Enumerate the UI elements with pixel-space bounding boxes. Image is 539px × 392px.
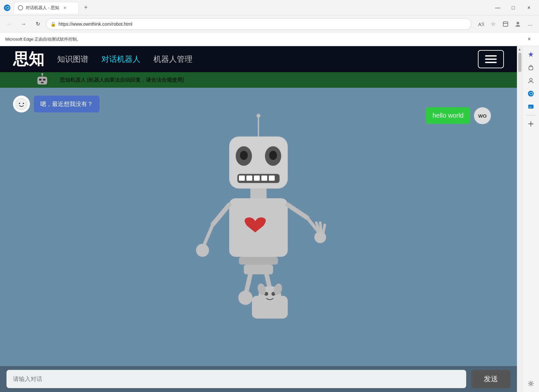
svg-point-56 <box>530 383 532 385</box>
svg-rect-26 <box>269 176 275 181</box>
chat-input[interactable] <box>7 370 466 388</box>
tab-title: 对话机器人 - 思知 <box>26 5 59 11</box>
browser-window: 对话机器人 - 思知 × + — □ × ← → ↻ 🔒 https://www… <box>0 0 539 392</box>
svg-rect-6 <box>39 79 42 81</box>
maximize-button[interactable]: □ <box>506 3 521 13</box>
add-button[interactable] <box>525 118 537 130</box>
svg-rect-7 <box>43 79 46 81</box>
svg-rect-24 <box>254 176 260 181</box>
page-content: 思知 知识图谱 对话机器人 机器人管理 <box>0 46 517 392</box>
edge-button[interactable] <box>525 88 537 99</box>
user-avatar: WO <box>474 107 491 124</box>
svg-point-15 <box>256 114 260 118</box>
window-icon <box>3 3 12 12</box>
svg-rect-25 <box>261 176 267 181</box>
svg-point-31 <box>196 244 209 257</box>
tab-close-button[interactable]: × <box>62 5 68 11</box>
nav-item-knowledge[interactable]: 知识图谱 <box>57 54 88 64</box>
automation-bar: Microsoft Edge 正由自动测试软件控制。 × <box>0 33 539 46</box>
svg-text:Aℛ: Aℛ <box>478 22 484 27</box>
svg-rect-38 <box>239 257 278 265</box>
outlook-button[interactable]: Ol <box>525 101 537 112</box>
svg-rect-8 <box>41 82 44 83</box>
automation-close-button[interactable]: × <box>525 35 534 44</box>
window-controls: — □ × <box>490 3 536 13</box>
svg-line-29 <box>213 205 229 224</box>
svg-point-19 <box>240 151 248 160</box>
svg-point-50 <box>530 78 532 81</box>
svg-rect-39 <box>244 265 273 274</box>
read-aloud-button[interactable]: Aℛ <box>475 19 486 30</box>
hamburger-icon <box>485 55 497 63</box>
extensions-button[interactable] <box>525 62 537 73</box>
sidebar-divider <box>526 115 535 115</box>
nav-bar: ← → ↻ 🔒 https://www.ownthink.com/robot.h… <box>0 16 539 33</box>
nav-item-chatbot[interactable]: 对话机器人 <box>101 54 140 64</box>
address-bar[interactable]: 🔒 https://www.ownthink.com/robot.html <box>46 18 471 30</box>
account-button[interactable] <box>525 75 537 86</box>
user-avatar-text: WO <box>478 113 487 119</box>
settings-button[interactable]: … <box>525 19 536 30</box>
svg-point-37 <box>314 231 326 243</box>
svg-rect-5 <box>37 77 47 85</box>
right-sidebar: Ol <box>522 46 539 392</box>
svg-text:Ol: Ol <box>529 106 532 109</box>
sidebar-settings-button[interactable] <box>525 378 537 389</box>
send-button-label: 发送 <box>484 375 498 383</box>
forward-button[interactable]: → <box>18 18 29 30</box>
scroll-thumb[interactable] <box>518 53 521 72</box>
svg-point-12 <box>19 103 20 104</box>
favorites-star-button[interactable]: ☆ <box>488 19 499 30</box>
nav-item-management[interactable]: 机器人管理 <box>153 54 192 64</box>
svg-point-20 <box>269 151 277 160</box>
lock-icon: 🔒 <box>50 21 56 27</box>
user-message-text: hello world <box>432 112 464 119</box>
robot-small-icon <box>33 70 52 90</box>
menu-button[interactable] <box>478 50 504 68</box>
robot-illustration <box>177 107 340 328</box>
site-header: 思知 知识图谱 对话机器人 机器人管理 <box>0 46 517 72</box>
bot-message-text: 嗯，最近想我没有？ <box>40 101 93 107</box>
chat-area: 嗯，最近想我没有？ hello world WO <box>0 88 517 392</box>
svg-rect-27 <box>250 189 267 198</box>
chat-input-area: 发送 <box>0 366 517 392</box>
profile-button[interactable] <box>512 19 523 30</box>
title-bar-left: 对话机器人 - 思知 × + <box>3 2 91 14</box>
address-text: https://www.ownthink.com/robot.html <box>59 21 467 27</box>
bot-avatar <box>13 96 30 112</box>
copilot-button[interactable] <box>525 49 537 60</box>
svg-line-30 <box>203 224 213 247</box>
svg-point-4 <box>517 22 519 24</box>
minimize-button[interactable]: — <box>490 3 505 13</box>
title-bar: 对话机器人 - 思知 × + — □ × <box>0 0 539 16</box>
scrollbar: ▲ <box>517 46 522 392</box>
svg-rect-49 <box>529 67 533 70</box>
nav-tools: Aℛ ☆ … <box>475 19 536 30</box>
bot-bubble: 嗯，最近想我没有？ <box>34 96 99 112</box>
back-button[interactable]: ← <box>3 18 15 30</box>
refresh-button[interactable]: ↻ <box>32 18 44 30</box>
browser-body: 思知 知识图谱 对话机器人 机器人管理 <box>0 46 539 392</box>
svg-point-41 <box>238 291 253 305</box>
automation-text: Microsoft Edge 正由自动测试软件控制。 <box>5 36 81 42</box>
user-message: hello world WO <box>426 107 491 124</box>
scroll-up-button[interactable]: ▲ <box>518 47 522 51</box>
close-button[interactable]: × <box>521 3 536 13</box>
svg-point-13 <box>23 103 24 104</box>
collections-button[interactable] <box>500 19 511 30</box>
send-button[interactable]: 发送 <box>471 370 510 388</box>
svg-rect-22 <box>239 176 245 181</box>
active-tab[interactable]: 对话机器人 - 思知 × <box>14 2 79 14</box>
svg-point-11 <box>16 98 27 110</box>
new-tab-button[interactable]: + <box>81 3 91 13</box>
svg-rect-2 <box>503 22 508 26</box>
site-logo: 思知 <box>13 51 44 67</box>
svg-rect-23 <box>246 176 252 181</box>
site-nav: 知识图谱 对话机器人 机器人管理 <box>57 54 192 64</box>
svg-point-10 <box>41 73 43 75</box>
sub-header-text: 思知机器人 [机器人由算法自动回复，请合法合规使用] <box>60 77 184 84</box>
svg-point-0 <box>4 5 10 11</box>
user-bubble: hello world <box>426 107 470 124</box>
svg-line-32 <box>288 205 307 218</box>
sub-header: 思知机器人 [机器人由算法自动回复，请合法合规使用] <box>0 72 517 88</box>
